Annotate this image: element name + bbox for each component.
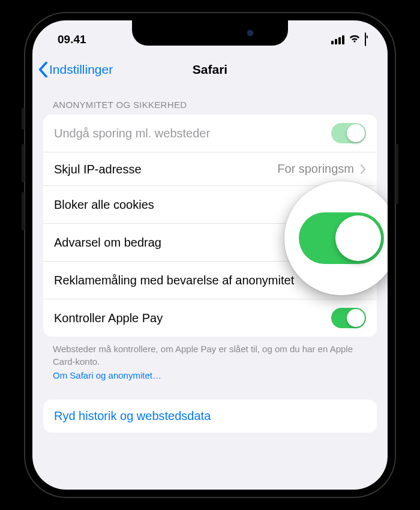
- mute-switch: [22, 108, 25, 130]
- section-header: Anonymitet og sikkerhed: [32, 86, 388, 115]
- wifi-icon: [348, 33, 361, 46]
- action-list: Ryd historik og webstedsdata: [43, 400, 377, 433]
- chevron-left-icon: [38, 62, 48, 77]
- phone-screen: 09.41 Indstillinger Safari: [32, 20, 388, 490]
- notch: [132, 20, 288, 46]
- row-label: Reklamemåling med bevarelse af anonymite…: [54, 272, 331, 288]
- row-prevent-cross-site-tracking[interactable]: Undgå sporing ml. websteder: [43, 115, 377, 152]
- row-label: Kontroller Apple Pay: [54, 310, 331, 326]
- status-time: 09.41: [58, 33, 86, 46]
- toggle-check-apple-pay[interactable]: [331, 308, 366, 328]
- battery-icon: [365, 33, 366, 46]
- row-label: Skjul IP-adresse: [54, 161, 277, 177]
- power-button: [395, 144, 398, 204]
- front-camera-icon: [247, 30, 253, 36]
- footer-link-about-privacy[interactable]: Om Safari og anonymitet…: [32, 370, 388, 392]
- magnified-toggle-on-icon: [299, 212, 384, 264]
- toggle-prevent-tracking[interactable]: [331, 123, 366, 143]
- row-hide-ip-address[interactable]: Skjul IP-adresse For sporingsm: [43, 152, 377, 186]
- nav-bar: Indstillinger Safari: [32, 53, 388, 86]
- row-detail: For sporingsm: [277, 162, 354, 176]
- row-label: Undgå sporing ml. websteder: [54, 125, 331, 141]
- back-button[interactable]: Indstillinger: [38, 62, 113, 77]
- row-label: Bloker alle cookies: [54, 197, 331, 212]
- cellular-signal-icon: [331, 35, 344, 44]
- phone-frame: 09.41 Indstillinger Safari: [24, 12, 396, 498]
- volume-down-button: [22, 192, 25, 230]
- chevron-right-icon: [360, 164, 366, 174]
- row-check-apple-pay[interactable]: Kontroller Apple Pay: [43, 299, 377, 337]
- clear-history-button[interactable]: Ryd historik og webstedsdata: [43, 400, 377, 433]
- footer-description: Websteder må kontrollere, om Apple Pay e…: [32, 337, 388, 370]
- page-title: Safari: [193, 62, 227, 77]
- back-label: Indstillinger: [49, 62, 113, 77]
- volume-up-button: [22, 144, 25, 182]
